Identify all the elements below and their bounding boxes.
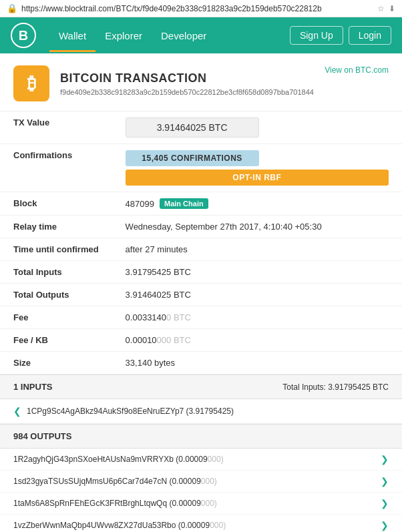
input-amount: (3.91795425) bbox=[186, 407, 234, 416]
output-amount: (0.00009000) bbox=[169, 477, 216, 486]
btc-icon: ₿ bbox=[13, 65, 49, 101]
output-amount: (0.00009000) bbox=[176, 455, 223, 464]
tx-info: BITCOIN TRANSACTION f9de409e2b338c918283… bbox=[60, 71, 314, 96]
time-confirmed-value: after 27 minutes bbox=[112, 238, 402, 261]
inputs-count-label: 1 INPUTS bbox=[13, 382, 53, 392]
fee-kb-main: 0.00010 bbox=[126, 335, 157, 345]
output-row[interactable]: 1vzZberWwnMaQbp4UWvw8ZX27dUa53Rbo (0.000… bbox=[0, 515, 402, 532]
time-confirmed-label: Time until confirmed bbox=[0, 238, 112, 261]
fee-kb-row: Fee / KB 0.00010000 BTC bbox=[0, 329, 402, 352]
size-value: 33,140 bytes bbox=[112, 352, 402, 374]
relay-time-label: Relay time bbox=[0, 216, 112, 238]
fee-kb-cell: 0.00010000 BTC bbox=[112, 329, 402, 352]
block-number: 487099 bbox=[126, 199, 154, 209]
output-address: 1R2agyhQjG43pnSXoeHtAUsNa9mVRRYXb (0.000… bbox=[13, 455, 381, 464]
tx-value-row: TX Value 3.91464025 BTC bbox=[0, 111, 402, 144]
total-outputs-row: Total Outputs 3.91464025 BTC bbox=[0, 284, 402, 306]
block-cell: 487099 Main Chain bbox=[112, 192, 402, 216]
lock-icon: 🔒 bbox=[7, 3, 17, 13]
input-address: 1CPg9Sc4AgABkz94AukSf9o8EeNruEZYp7 (3.91… bbox=[27, 407, 234, 416]
outputs-section-header: 984 OUTPUTS bbox=[0, 424, 402, 449]
confirmations-box: 15,405 CONFIRMATIONS bbox=[126, 150, 259, 166]
output-address: 1sd23gyaTSUsSUjqMmsU6p6Car7d4e7cN (0.000… bbox=[13, 477, 381, 486]
tx-value-cell: 3.91464025 BTC bbox=[112, 111, 402, 144]
outputs-list: 1R2agyhQjG43pnSXoeHtAUsNa9mVRRYXb (0.000… bbox=[0, 449, 402, 532]
navbar: B Wallet Explorer Developer Sign Up Logi… bbox=[0, 17, 402, 53]
fee-cell: 0.00331400 BTC bbox=[112, 306, 402, 329]
total-inputs-value: 3.91795425 BTC bbox=[112, 261, 402, 284]
total-inputs-label: Total Inputs bbox=[0, 261, 112, 284]
chevron-right-icon: ❯ bbox=[381, 454, 389, 465]
total-outputs-label: Total Outputs bbox=[0, 284, 112, 306]
bookmark-icon[interactable]: ☆ bbox=[377, 4, 385, 13]
fee-kb-dim: 000 BTC bbox=[157, 335, 191, 345]
main-content: ₿ BITCOIN TRANSACTION f9de409e2b338c9182… bbox=[0, 53, 402, 532]
output-row[interactable]: 1R2agyhQjG43pnSXoeHtAUsNa9mVRRYXb (0.000… bbox=[0, 449, 402, 471]
block-value: 487099 Main Chain bbox=[126, 198, 389, 209]
block-row: Block 487099 Main Chain bbox=[0, 192, 402, 216]
logo-letter: B bbox=[19, 28, 28, 43]
chevron-right-icon: ❯ bbox=[381, 476, 389, 487]
chevron-left-icon: ❮ bbox=[13, 406, 21, 417]
nav-wallet[interactable]: Wallet bbox=[49, 19, 95, 52]
size-row: Size 33,140 bytes bbox=[0, 352, 402, 374]
fee-main: 0.0033140 bbox=[126, 312, 166, 322]
main-chain-badge: Main Chain bbox=[160, 198, 208, 209]
nav-right: Sign Up Login bbox=[290, 26, 391, 45]
output-row[interactable]: 1taMs6A8SpRnFEhEGcK3FRtBrghLtqwQq (0.000… bbox=[0, 493, 402, 515]
download-icon[interactable]: ⬇ bbox=[389, 4, 395, 13]
total-outputs-value: 3.91464025 BTC bbox=[112, 284, 402, 306]
confirmations-label: Confirmations bbox=[0, 144, 112, 192]
inputs-section-header: 1 INPUTS Total Inputs: 3.91795425 BTC bbox=[0, 374, 402, 399]
fee-dim: 0 BTC bbox=[166, 312, 191, 322]
confirmations-row: Confirmations 15,405 CONFIRMATIONS OPT-I… bbox=[0, 144, 402, 192]
tx-hash: f9de409e2b338c918283a9c2b159deb570c22812… bbox=[60, 88, 314, 96]
relay-time-row: Relay time Wednesday, September 27th 201… bbox=[0, 216, 402, 238]
total-inputs-row: Total Inputs 3.91795425 BTC bbox=[0, 261, 402, 284]
relay-time-value: Wednesday, September 27th 2017, 4:10:40 … bbox=[112, 216, 402, 238]
tx-title: BITCOIN TRANSACTION bbox=[60, 71, 314, 85]
time-confirmed-row: Time until confirmed after 27 minutes bbox=[0, 238, 402, 261]
fee-label: Fee bbox=[0, 306, 112, 329]
nav-explorer[interactable]: Explorer bbox=[95, 19, 152, 52]
btc-symbol: ₿ bbox=[27, 73, 36, 94]
output-address: 1taMs6A8SpRnFEhEGcK3FRtBrghLtqwQq (0.000… bbox=[13, 499, 381, 508]
confirmations-cell: 15,405 CONFIRMATIONS OPT-IN RBF bbox=[112, 144, 402, 192]
output-amount: (0.00009000) bbox=[178, 521, 226, 530]
input-row[interactable]: ❮ 1CPg9Sc4AgABkz94AukSf9o8EeNruEZYp7 (3.… bbox=[0, 399, 402, 424]
url-text: https://www.blocktrail.com/BTC/tx/f9de40… bbox=[21, 4, 373, 13]
rbf-box: OPT-IN RBF bbox=[126, 170, 389, 186]
fee-kb-label: Fee / KB bbox=[0, 329, 112, 352]
tx-header: ₿ BITCOIN TRANSACTION f9de409e2b338c9182… bbox=[0, 53, 402, 111]
output-amount: (0.00009000) bbox=[169, 499, 216, 508]
tx-value-label: TX Value bbox=[0, 111, 112, 144]
chevron-right-icon: ❯ bbox=[381, 520, 389, 531]
tx-fields-table: TX Value 3.91464025 BTC Confirmations 15… bbox=[0, 111, 402, 374]
chevron-right-icon: ❯ bbox=[381, 498, 389, 509]
size-label: Size bbox=[0, 352, 112, 374]
output-address: 1vzZberWwnMaQbp4UWvw8ZX27dUa53Rbo (0.000… bbox=[13, 521, 381, 530]
url-bar: 🔒 https://www.blocktrail.com/BTC/tx/f9de… bbox=[0, 0, 402, 17]
logo[interactable]: B bbox=[11, 23, 36, 48]
signup-button[interactable]: Sign Up bbox=[290, 26, 343, 45]
output-row[interactable]: 1sd23gyaTSUsSUjqMmsU6p6Car7d4e7cN (0.000… bbox=[0, 471, 402, 493]
inputs-total-text: Total Inputs: 3.91795425 BTC bbox=[282, 382, 389, 392]
tx-value-box: 3.91464025 BTC bbox=[126, 117, 259, 138]
view-on-btc-link[interactable]: View on BTC.com bbox=[325, 65, 389, 75]
nav-links: Wallet Explorer Developer bbox=[49, 19, 216, 52]
block-label: Block bbox=[0, 192, 112, 216]
login-button[interactable]: Login bbox=[349, 26, 391, 45]
input-addr-text: 1CPg9Sc4AgABkz94AukSf9o8EeNruEZYp7 bbox=[27, 407, 184, 416]
fee-row: Fee 0.00331400 BTC bbox=[0, 306, 402, 329]
outputs-count-label: 984 OUTPUTS bbox=[13, 431, 71, 441]
nav-developer[interactable]: Developer bbox=[152, 19, 216, 52]
